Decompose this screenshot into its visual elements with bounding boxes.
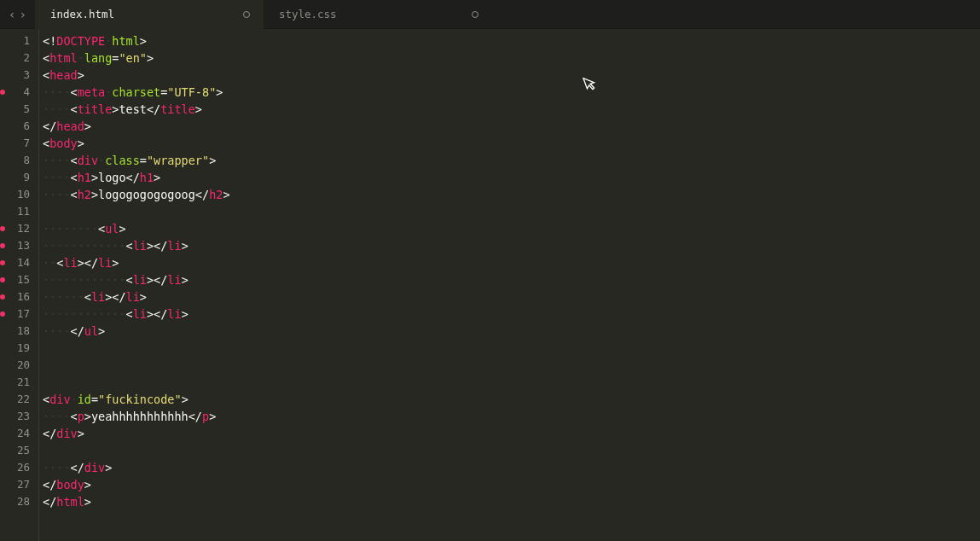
- line-number[interactable]: 26: [0, 459, 38, 476]
- line-number[interactable]: 20: [0, 357, 38, 374]
- code-line[interactable]: </body>: [39, 476, 980, 493]
- code-line[interactable]: ············<li></li>: [39, 305, 980, 323]
- code-line[interactable]: <body>: [39, 135, 980, 152]
- line-number[interactable]: 1: [0, 32, 38, 49]
- code-line[interactable]: <head>: [39, 67, 980, 84]
- code-line[interactable]: [39, 357, 980, 374]
- nav-back-icon[interactable]: ‹: [9, 8, 15, 21]
- line-number[interactable]: 25: [0, 442, 38, 459]
- code-line[interactable]: ······<li></li>: [39, 288, 980, 305]
- line-number[interactable]: 4: [0, 84, 38, 101]
- code-line[interactable]: ····<p>yeahhhhhhhhhhh</p>: [39, 408, 980, 425]
- line-number[interactable]: 15: [0, 271, 38, 288]
- tab-index-html[interactable]: index.html: [35, 0, 264, 29]
- line-number[interactable]: 22: [0, 391, 38, 408]
- code-line[interactable]: ····<h2>logogogogogoog</h2>: [39, 186, 980, 203]
- line-number[interactable]: 16: [0, 288, 38, 305]
- line-number[interactable]: 3: [0, 67, 38, 84]
- line-number[interactable]: 21: [0, 374, 38, 391]
- line-number[interactable]: 27: [0, 476, 38, 493]
- line-number[interactable]: 11: [0, 203, 38, 220]
- code-area[interactable]: <!DOCTYPE·html><html·lang="en"><head>···…: [38, 29, 980, 541]
- code-line[interactable]: <!DOCTYPE·html>: [39, 32, 980, 49]
- line-number[interactable]: 24: [0, 425, 38, 442]
- code-line[interactable]: <html·lang="en">: [39, 49, 980, 67]
- line-number[interactable]: 28: [0, 493, 38, 510]
- tab-dirty-icon[interactable]: [243, 11, 250, 18]
- line-number[interactable]: 7: [0, 135, 38, 152]
- line-number[interactable]: 6: [0, 118, 38, 135]
- line-number[interactable]: 23: [0, 408, 38, 425]
- code-line[interactable]: ····<div·class="wrapper">: [39, 152, 980, 169]
- code-line[interactable]: [39, 203, 980, 220]
- nav-arrows: ‹ ›: [0, 8, 35, 21]
- tab-dirty-icon[interactable]: [472, 11, 478, 18]
- code-line[interactable]: ····<title>test</title>: [39, 101, 980, 118]
- code-line[interactable]: </head>: [39, 118, 980, 135]
- code-line[interactable]: ····</div>: [39, 459, 980, 476]
- tab-label: style.css: [279, 8, 337, 20]
- line-number[interactable]: 19: [0, 340, 38, 357]
- line-number[interactable]: 9: [0, 169, 38, 186]
- code-line[interactable]: ····</ul>: [39, 323, 980, 340]
- nav-forward-icon[interactable]: ›: [19, 8, 26, 21]
- line-number[interactable]: 14: [0, 254, 38, 271]
- tab-style-css[interactable]: style.css: [264, 0, 492, 29]
- line-number[interactable]: 13: [0, 237, 38, 254]
- code-line[interactable]: [39, 442, 980, 459]
- code-line[interactable]: ····<h1>logo</h1>: [39, 169, 980, 186]
- line-number-gutter: 1234567891011121314151617181920212223242…: [0, 29, 38, 541]
- line-number[interactable]: 2: [0, 49, 38, 67]
- code-line[interactable]: ····<meta·charset="UTF-8">: [39, 84, 980, 101]
- line-number[interactable]: 10: [0, 186, 38, 203]
- code-line[interactable]: ············<li></li>: [39, 237, 980, 254]
- code-line[interactable]: </html>: [39, 493, 980, 510]
- code-line[interactable]: <div·id="fuckincode">: [39, 391, 980, 408]
- code-line[interactable]: ··<li></li>: [39, 254, 980, 271]
- code-line[interactable]: [39, 340, 980, 357]
- line-number[interactable]: 17: [0, 305, 38, 323]
- tab-bar: ‹ › index.htmlstyle.css: [0, 0, 980, 29]
- editor: 1234567891011121314151617181920212223242…: [0, 29, 980, 541]
- line-number[interactable]: 18: [0, 323, 38, 340]
- tab-label: index.html: [50, 8, 114, 20]
- line-number[interactable]: 8: [0, 152, 38, 169]
- line-number[interactable]: 12: [0, 220, 38, 237]
- code-line[interactable]: </div>: [39, 425, 980, 442]
- code-line[interactable]: ········<ul>: [39, 220, 980, 237]
- code-line[interactable]: ············<li></li>: [39, 271, 980, 288]
- line-number[interactable]: 5: [0, 101, 38, 118]
- code-line[interactable]: [39, 374, 980, 391]
